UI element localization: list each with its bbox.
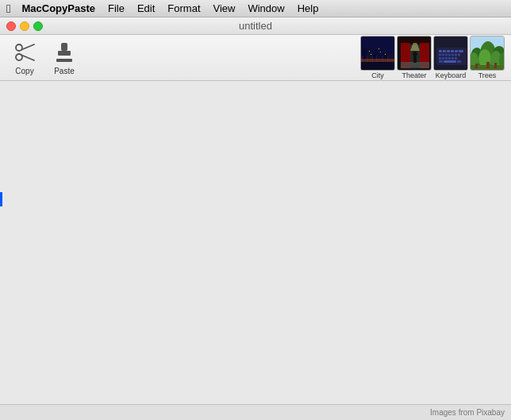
svg-rect-18 <box>369 51 370 52</box>
svg-rect-52 <box>448 57 451 60</box>
svg-rect-44 <box>445 54 448 56</box>
svg-rect-19 <box>371 54 371 55</box>
stamp-icon <box>52 40 77 65</box>
footer: Images from Pixabay <box>0 404 511 420</box>
svg-rect-15 <box>378 46 382 52</box>
svg-rect-56 <box>444 60 456 63</box>
svg-rect-22 <box>385 54 386 55</box>
copy-button[interactable]: Copy <box>6 37 43 79</box>
svg-rect-38 <box>447 50 450 52</box>
cursor-indicator <box>0 192 2 206</box>
thumbnail-trees[interactable]: Trees <box>470 36 505 79</box>
canvas-area[interactable] <box>0 81 511 404</box>
svg-point-31 <box>413 52 417 56</box>
trees-label: Trees <box>478 71 497 79</box>
maximize-button[interactable] <box>33 21 43 31</box>
svg-rect-47 <box>455 54 457 56</box>
city-label: City <box>371 71 384 79</box>
copy-label: Copy <box>15 67 33 75</box>
thumbnail-keyboard[interactable]: Keyboard <box>433 36 468 79</box>
toolbar: Copy Paste <box>0 35 511 81</box>
svg-rect-6 <box>56 59 72 62</box>
svg-rect-23 <box>361 62 395 71</box>
menubar-view[interactable]: View <box>207 0 242 17</box>
svg-rect-42 <box>439 54 441 56</box>
theater-image <box>397 36 432 71</box>
svg-rect-33 <box>398 37 432 43</box>
thumbnail-theater[interactable]: Theater <box>397 36 432 79</box>
svg-rect-53 <box>451 57 454 60</box>
svg-line-3 <box>22 56 35 61</box>
svg-rect-50 <box>442 57 444 60</box>
apple-menu[interactable]:  <box>6 2 10 15</box>
svg-rect-69 <box>475 64 478 68</box>
menubar:  MacCopyPaste File Edit Format View Win… <box>0 0 511 17</box>
svg-rect-24 <box>361 59 395 62</box>
traffic-lights <box>6 21 43 31</box>
paste-button[interactable]: Paste <box>46 37 83 79</box>
svg-rect-54 <box>455 57 457 60</box>
toolbar-left: Copy Paste <box>6 37 83 79</box>
svg-rect-39 <box>451 50 454 52</box>
svg-rect-45 <box>448 54 451 56</box>
close-button[interactable] <box>6 21 16 31</box>
svg-rect-41 <box>459 50 463 52</box>
svg-rect-29 <box>401 62 429 68</box>
svg-rect-49 <box>439 57 441 60</box>
svg-rect-20 <box>378 48 379 49</box>
svg-rect-32 <box>413 56 417 63</box>
svg-rect-43 <box>442 54 444 56</box>
svg-rect-5 <box>58 51 71 56</box>
menubar-format[interactable]: Format <box>161 0 206 17</box>
thumbnail-city[interactable]: City <box>360 36 395 79</box>
titlebar: untitled <box>0 17 511 35</box>
menubar-file[interactable]: File <box>102 0 131 17</box>
minimize-button[interactable] <box>20 21 29 31</box>
menubar-edit[interactable]: Edit <box>131 0 161 17</box>
svg-rect-40 <box>455 50 458 52</box>
svg-line-2 <box>22 44 35 50</box>
svg-rect-37 <box>443 50 446 52</box>
window-title: untitled <box>239 20 272 32</box>
svg-rect-46 <box>451 54 454 56</box>
menubar-window[interactable]: Window <box>241 0 290 17</box>
paste-label: Paste <box>54 67 75 75</box>
trees-image <box>470 36 505 71</box>
scissors-icon <box>12 40 37 65</box>
menubar-help[interactable]: Help <box>291 0 325 17</box>
toolbar-thumbnails: City <box>360 36 505 79</box>
svg-rect-4 <box>61 43 67 51</box>
city-image <box>360 36 395 71</box>
svg-rect-21 <box>380 52 381 52</box>
menubar-appname[interactable]: MacCopyPaste <box>15 0 101 17</box>
keyboard-label: Keyboard <box>436 71 467 79</box>
svg-rect-68 <box>486 62 490 68</box>
theater-label: Theater <box>402 71 426 79</box>
svg-rect-36 <box>439 50 442 52</box>
footer-credit: Images from Pixabay <box>430 408 505 417</box>
svg-rect-55 <box>439 60 443 63</box>
keyboard-image <box>433 36 468 71</box>
svg-rect-10 <box>363 48 366 52</box>
svg-rect-70 <box>494 63 497 68</box>
svg-rect-48 <box>458 54 460 56</box>
svg-rect-57 <box>457 60 461 63</box>
svg-rect-51 <box>445 57 448 60</box>
